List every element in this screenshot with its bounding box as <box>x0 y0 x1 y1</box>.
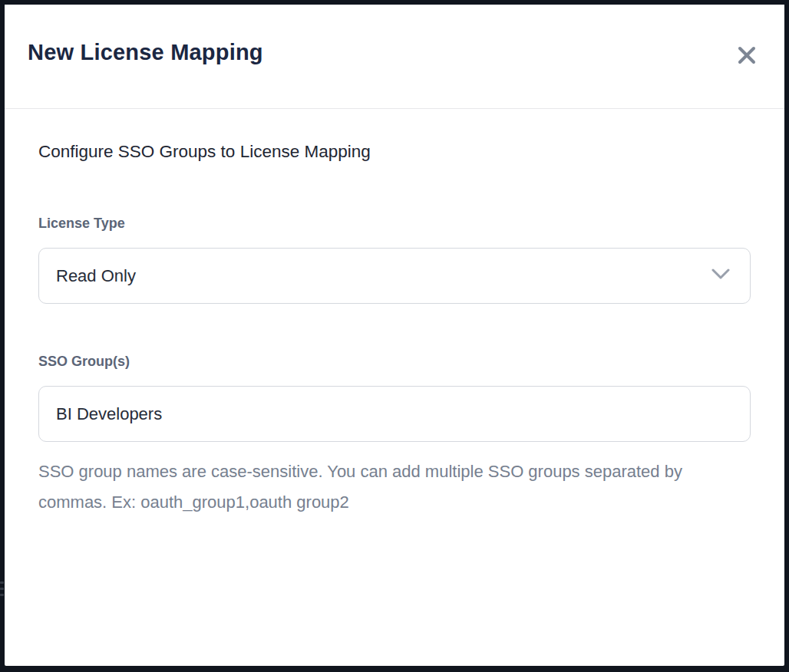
license-type-select[interactable]: Read Only <box>38 248 751 304</box>
new-license-mapping-dialog: New License Mapping Configure SSO Groups… <box>5 5 784 666</box>
license-type-label: License Type <box>38 216 125 232</box>
close-icon <box>737 45 757 68</box>
chevron-down-icon <box>711 268 730 283</box>
sso-groups-label: SSO Group(s) <box>38 354 130 370</box>
dialog-body: Configure SSO Groups to License Mapping … <box>5 110 784 666</box>
sso-groups-helper-text: SSO group names are case-sensitive. You … <box>38 456 691 518</box>
close-button[interactable] <box>732 41 761 71</box>
dialog-title: New License Mapping <box>28 40 263 65</box>
dialog-subtitle: Configure SSO Groups to License Mapping <box>38 142 371 162</box>
license-type-selected-value: Read Only <box>56 266 711 286</box>
sso-groups-input[interactable] <box>38 386 751 442</box>
dialog-header: New License Mapping <box>5 5 784 109</box>
